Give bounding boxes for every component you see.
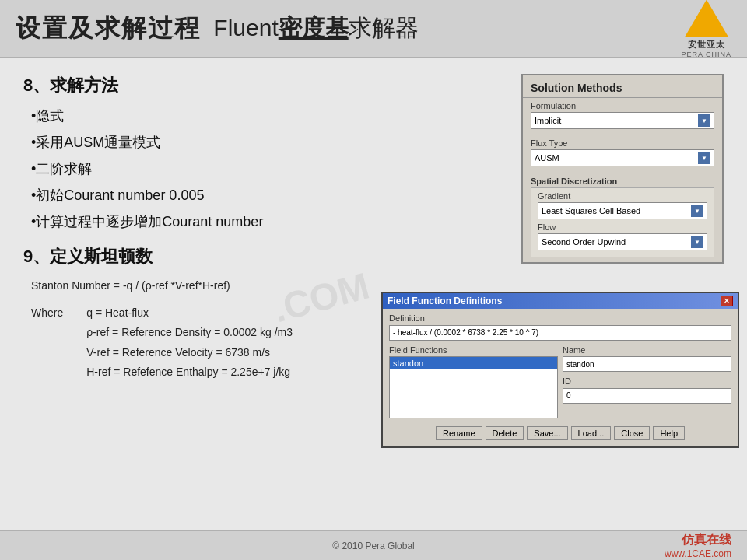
ffd-button-row: Rename Delete Save... Load... Close Help (389, 423, 731, 442)
formulation-section: Formulation Implicit ▼ (523, 98, 722, 135)
var-2: V-ref = Reference Velocity = 6738 m/s (86, 343, 293, 362)
ffd-body: Definition Field Functions standon Name … (383, 309, 738, 446)
field-functions-col: Field Functions standon (389, 345, 558, 418)
flow-value: Second Order Upwind (542, 237, 626, 247)
bullet-2: •采用AUSM通量模式 (23, 133, 397, 152)
flux-type-section: Flux Type AUSM ▼ (523, 135, 722, 173)
var-3: H-ref = Refefence Enthalpy = 2.25e+7 j/k… (86, 362, 293, 382)
section8-title: 8、求解方法 (23, 74, 397, 97)
rename-button[interactable]: Rename (436, 426, 482, 440)
header: 设置及求解过程 Fluent密度基求解器 安世亚太 PERA CHINA (0, 0, 747, 58)
ffd-title: Field Function Definitions (388, 296, 502, 306)
logo-brand: 安世亚太 (688, 38, 725, 50)
footer: © 2010 Pera Global 仿真在线 www.1CAE.com (0, 530, 747, 560)
main-content: 8、求解方法 •隐式 •采用AUSM通量模式 •二阶求解 •初始Courant … (0, 58, 747, 541)
var-0: q = Heat-flux (86, 303, 293, 323)
id-input[interactable] (563, 388, 731, 404)
section9-title: 9、定义斯坦顿数 (23, 245, 397, 268)
logo-sub: PERA CHINA (681, 50, 731, 58)
solution-methods-panel: Solution Methods Formulation Implicit ▼ … (521, 74, 724, 264)
flow-label: Flow (538, 222, 707, 232)
flow-arrow[interactable]: ▼ (691, 236, 703, 248)
id-label: ID (563, 376, 731, 386)
spatial-label: Spatial Discretization (523, 173, 722, 187)
logo: 安世亚太 PERA CHINA (681, 0, 731, 58)
flux-type-value: AUSM (535, 153, 559, 163)
flux-type-arrow[interactable]: ▼ (698, 152, 710, 164)
formulation-arrow[interactable]: ▼ (698, 114, 710, 127)
subtitle-prefix: Fluent (213, 15, 278, 40)
flux-type-select[interactable]: AUSM ▼ (531, 149, 714, 166)
delete-button[interactable]: Delete (486, 426, 524, 440)
help-button[interactable]: Help (653, 426, 685, 440)
footer-brand: 仿真在线 (665, 532, 731, 548)
gradient-select[interactable]: Least Squares Cell Based ▼ (538, 202, 707, 219)
footer-copyright: © 2010 Pera Global (332, 541, 415, 551)
footer-url: www.1CAE.com (665, 548, 731, 559)
flow-select[interactable]: Second Order Upwind ▼ (538, 233, 707, 250)
definition-input[interactable] (389, 325, 731, 341)
logo-icon (685, 0, 728, 37)
vars-block: q = Heat-flux ρ-ref = Reference Density … (86, 303, 293, 382)
var-1: ρ-ref = Reference Density = 0.0002 kg /m… (86, 323, 293, 342)
field-functions-item[interactable]: standon (390, 357, 557, 369)
formulation-label: Formulation (531, 101, 714, 110)
spatial-section: Gradient Least Squares Cell Based ▼ Flow… (531, 187, 714, 257)
formulation-select[interactable]: Implicit ▼ (531, 112, 714, 129)
solution-methods-title: Solution Methods (523, 75, 722, 98)
save-button[interactable]: Save... (527, 426, 567, 440)
gradient-arrow[interactable]: ▼ (691, 205, 703, 217)
stanton-eq: Stanton Number = -q / (ρ-ref *V-ref*H-re… (31, 276, 397, 296)
field-functions-list[interactable]: standon (389, 356, 558, 418)
bullet-1: •隐式 (23, 107, 397, 125)
subtitle-highlight: 密度基 (279, 15, 349, 40)
ffd-titlebar: Field Function Definitions ✕ (383, 293, 738, 309)
gradient-value: Least Squares Cell Based (542, 206, 640, 215)
definition-label: Definition (389, 313, 731, 323)
subtitle-suffix: 求解器 (349, 15, 419, 40)
flux-type-label: Flux Type (531, 138, 714, 148)
ffd-middle-row: Field Functions standon Name ID (389, 345, 731, 418)
bullet-5: •计算过程中逐步增加Courant number (23, 212, 397, 231)
load-button[interactable]: Load... (571, 426, 612, 440)
page-title: 设置及求解过程 (16, 12, 201, 46)
ffd-close-button[interactable]: ✕ (721, 296, 733, 306)
field-functions-label: Field Functions (389, 345, 558, 355)
name-label: Name (563, 345, 731, 355)
bullet-4: •初始Courant number 0.005 (23, 186, 397, 205)
formulation-value: Implicit (535, 116, 561, 125)
name-input[interactable] (563, 356, 731, 372)
left-panel: 8、求解方法 •隐式 •采用AUSM通量模式 •二阶求解 •初始Courant … (23, 74, 397, 525)
gradient-label: Gradient (538, 191, 707, 201)
where-label: Where (31, 303, 63, 382)
bullet-3: •二阶求解 (23, 159, 397, 178)
stanton-block: Stanton Number = -q / (ρ-ref *V-ref*H-re… (23, 276, 397, 382)
footer-brand-block: 仿真在线 www.1CAE.com (665, 532, 731, 559)
close-button[interactable]: Close (614, 426, 650, 440)
field-function-dialog: Field Function Definitions ✕ Definition … (381, 292, 739, 448)
name-col: Name ID (563, 345, 731, 418)
header-subtitle: Fluent密度基求解器 (207, 12, 419, 44)
